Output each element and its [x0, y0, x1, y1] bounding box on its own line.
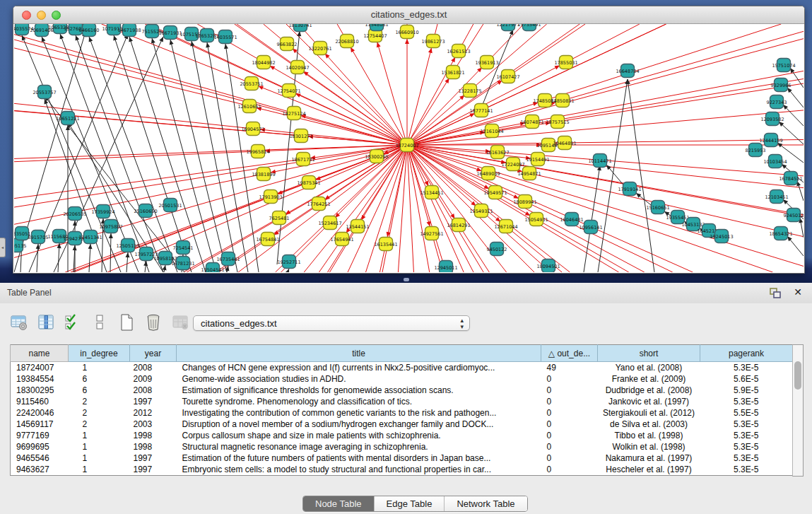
cell-short: Stergiakouli et al. (2012) [598, 407, 700, 419]
graph-node-label: 12217971 [496, 24, 519, 28]
column-header-name[interactable]: name [11, 345, 69, 362]
cell-in_degree: 2 [69, 419, 130, 430]
graph-node-label: 22068810 [335, 39, 358, 45]
graph-node-label: 16781231 [171, 261, 194, 267]
table-row[interactable]: 911546021997Tourette syndrome. Phenomeno… [11, 396, 793, 407]
edge-arrowhead [206, 42, 210, 47]
citation-edge[interactable] [89, 37, 177, 272]
edge-arrowhead [405, 39, 409, 44]
cell-name: 22420046 [11, 407, 69, 419]
close-panel-icon[interactable]: ✕ [794, 286, 802, 298]
citation-edge[interactable] [14, 145, 407, 207]
citation-edge[interactable] [319, 145, 407, 272]
graph-node-label: 14020947 [286, 65, 309, 71]
citation-edge[interactable] [170, 40, 227, 272]
graph-node-label: 14850831 [551, 98, 574, 104]
table-row[interactable]: 1456911722003Disruption of a novel membe… [11, 419, 793, 430]
cell-title: Estimation of the future numbers of pati… [177, 452, 541, 464]
tab-network-table[interactable]: Network Table [445, 496, 526, 511]
citation-edge[interactable] [14, 145, 407, 162]
graph-node-label: 16754841 [256, 237, 279, 243]
column-header-in_degree[interactable]: in_degree [69, 345, 130, 362]
citation-edge[interactable] [379, 145, 407, 272]
splitter-handle[interactable] [404, 278, 409, 281]
graph-node-label: 15361821 [441, 70, 464, 76]
window-titlebar[interactable]: citations_edges.txt [13, 6, 804, 24]
cell-out_degree: 0 [541, 464, 598, 476]
dropdown-arrows-icon: ▴▾ [460, 317, 464, 330]
graph-node-label: 16735441 [216, 257, 240, 262]
graph-node-label: 6466160 [79, 28, 100, 33]
table-scrollbar[interactable] [792, 344, 804, 477]
edge-arrowhead [190, 41, 194, 46]
cell-pagerank: 5.3E-5 [700, 452, 793, 464]
cell-in_degree: 2 [69, 396, 130, 407]
graph-node-label: 12754407 [363, 33, 387, 39]
delete-column-icon[interactable] [143, 313, 164, 332]
graph-node-label: 17359924 [91, 209, 114, 215]
cell-year: 2008 [130, 385, 177, 396]
edge-arrowhead [286, 269, 290, 272]
show-column-icon[interactable] [35, 313, 57, 332]
citation-edge[interactable] [14, 35, 407, 145]
column-header-pagerank[interactable]: pagerank [700, 345, 793, 362]
graph-node-label: 12093582 [760, 117, 784, 122]
cell-short: Wolkin et al. (1998) [598, 441, 700, 452]
citation-edge[interactable] [14, 145, 407, 199]
citation-edge[interactable] [110, 233, 111, 272]
new-column-icon[interactable] [116, 313, 137, 332]
graph-node-label: 20501531 [158, 203, 182, 209]
table-row[interactable]: 969969511998Structural magnetic resonanc… [11, 441, 793, 452]
float-panel-icon[interactable] [770, 288, 781, 298]
graph-node-label: 19252711 [277, 259, 300, 265]
column-header-short[interactable]: short [598, 345, 700, 362]
graph-node-label: 12103451 [765, 194, 788, 200]
citation-edge[interactable] [628, 79, 654, 272]
network-window[interactable]: citations_edges.txt 96638221804498220553… [13, 6, 805, 274]
cell-name: 9465546 [11, 452, 69, 464]
citation-edge[interactable] [407, 71, 804, 145]
column-header-year[interactable]: year [130, 345, 177, 362]
edge-arrowhead [224, 44, 228, 49]
table-row[interactable]: 1830029562008Estimation of significance … [11, 385, 793, 396]
graph-node-label: 12610651 [237, 104, 261, 110]
table-row[interactable]: 946554611997Estimation of the future num… [11, 452, 793, 464]
citation-edge[interactable] [407, 145, 464, 272]
cell-year: 2009 [130, 373, 177, 385]
graph-node-label: 18094501 [536, 264, 560, 269]
graph-node-label: 16046481 [560, 217, 583, 223]
citation-edge[interactable] [407, 139, 804, 145]
graph-node-label: 10453132 [681, 222, 705, 228]
graph-node-label: 14954871 [517, 171, 541, 177]
table-row[interactable]: 977716911998Corpus callosum shape and si… [11, 430, 793, 441]
table-row[interactable]: 1872400712008Changes of HCN gene express… [11, 362, 793, 374]
select-all-icon[interactable] [62, 313, 83, 332]
tab-edge-table[interactable]: Edge Table [375, 496, 445, 511]
cell-short: Nakamura et al. (1997) [598, 452, 700, 464]
graph-node-label: 19875341 [297, 180, 320, 186]
cell-out_degree: 0 [541, 407, 598, 419]
graph-node-label: 16261513 [447, 49, 470, 54]
edge-arrowhead [109, 233, 113, 238]
citation-edge[interactable] [407, 145, 773, 272]
table-select-dropdown[interactable]: citations_edges.txt ▴▾ [193, 315, 470, 331]
graph-node-label: 15160651 [646, 205, 669, 211]
cell-year: 1997 [130, 452, 177, 464]
table-row[interactable]: 1938455462009Genome-wide association stu… [11, 373, 793, 385]
cell-pagerank: 5.3E-5 [700, 464, 793, 476]
network-canvas[interactable]: 9663822180449822055375112610651169045711… [14, 24, 804, 272]
tab-node-table[interactable]: Node Table [303, 496, 375, 511]
graph-node-label: 20553751 [240, 81, 263, 87]
graph-node-label: 16904571 [241, 127, 264, 132]
table-row[interactable]: 946362711997Embryonic stem cells: a mode… [11, 464, 793, 476]
table-mode-icon[interactable] [8, 313, 30, 332]
collapsed-panel-tab[interactable]: ◂ [0, 238, 6, 257]
graph-node-label: 12161044 [480, 129, 503, 134]
citation-edge[interactable] [114, 35, 192, 272]
column-header-title[interactable]: title [177, 345, 541, 362]
column-header-out_degree[interactable]: △ out_de... [541, 345, 598, 362]
table-scrollbar-thumb[interactable] [794, 361, 801, 390]
table-row[interactable]: 2242004622012Investigating the contribut… [11, 407, 793, 419]
citation-edge[interactable] [14, 40, 407, 145]
unselect-all-icon[interactable] [89, 313, 110, 332]
